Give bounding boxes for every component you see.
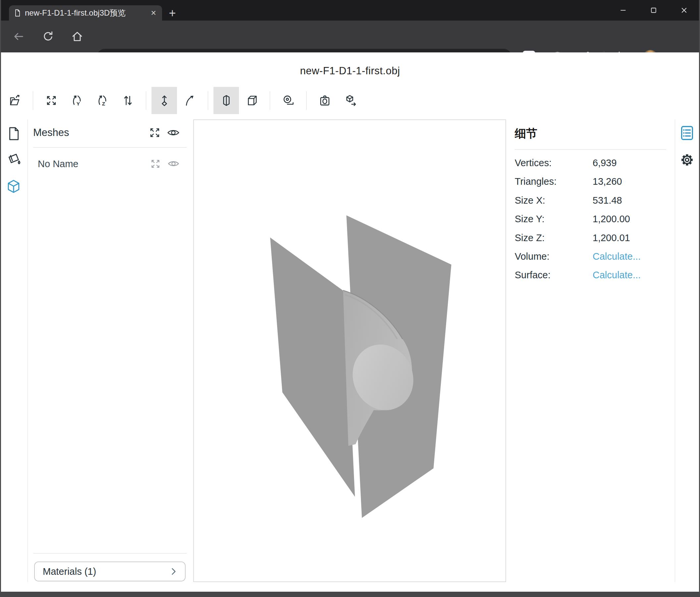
- window-edge-left: [0, 0, 1, 597]
- model-viewport[interactable]: [193, 119, 506, 582]
- row-label: Size Y:: [515, 214, 545, 224]
- model-3d-render: [194, 120, 505, 581]
- viewer-workspace: Meshes No Name: [0, 119, 700, 582]
- materials-icon[interactable]: [6, 151, 22, 167]
- minimize-icon[interactable]: [608, 0, 639, 21]
- details-row-volume: Volume: Calculate...: [515, 247, 666, 266]
- meshes-cube-icon[interactable]: [6, 178, 22, 194]
- materials-divider: [33, 553, 186, 553]
- browser-titlebar: new-F1-D1-1-first.obj3D预览 × +: [0, 0, 700, 21]
- details-panel: 细节 Vertices: 6,939 Triangles: 13,260 Siz…: [508, 119, 675, 582]
- open-model-icon[interactable]: [2, 87, 27, 114]
- left-rail-divider: [27, 119, 28, 582]
- details-row-vertices: Vertices: 6,939: [515, 153, 666, 172]
- row-label: Volume:: [515, 251, 550, 262]
- toolbar-divider: [208, 91, 208, 110]
- shading-box-icon[interactable]: [239, 87, 265, 114]
- details-panel-title: 细节: [515, 126, 537, 141]
- details-row-size-x: Size X: 531.48: [515, 191, 666, 210]
- row-value: 1,200.01: [593, 233, 630, 243]
- browser-navbar: https://file.kkview.cn/onlinePreview?url…: [0, 21, 700, 52]
- viewer-page: new-F1-D1-1-first.obj Y: [0, 52, 700, 592]
- row-label: Surface:: [515, 270, 551, 281]
- materials-button-label: Materials (1): [43, 566, 170, 577]
- meshes-panel-divider: [33, 147, 186, 148]
- plane-left: [270, 237, 355, 497]
- window-edge-bottom: [0, 592, 700, 597]
- right-rail-divider: [675, 119, 675, 582]
- refresh-icon[interactable]: [41, 29, 55, 44]
- calculate-surface-link[interactable]: Calculate...: [593, 270, 641, 281]
- svg-text:Z: Z: [102, 101, 105, 106]
- file-icon[interactable]: [6, 126, 22, 142]
- maximize-icon[interactable]: [639, 0, 669, 21]
- details-row-size-y: Size Y: 1,200.00: [515, 210, 666, 228]
- set-y-up-icon[interactable]: Y: [64, 87, 90, 114]
- calculate-volume-link[interactable]: Calculate...: [593, 251, 641, 262]
- new-tab-button[interactable]: +: [166, 7, 179, 20]
- mesh-name: No Name: [38, 159, 79, 169]
- row-value: 6,939: [593, 158, 617, 168]
- home-icon[interactable]: [70, 29, 84, 44]
- row-label: Size X:: [515, 195, 545, 206]
- svg-text:Y: Y: [76, 101, 80, 106]
- fit-mesh-icon[interactable]: [149, 157, 162, 171]
- toolbar-divider: [33, 91, 33, 110]
- back-icon[interactable]: [11, 29, 26, 44]
- details-row-triangles: Triangles: 13,260: [515, 172, 666, 191]
- up-vector-icon[interactable]: [151, 87, 177, 114]
- toolbar-divider: [146, 91, 146, 110]
- toolbar-divider: [270, 91, 270, 110]
- row-label: Size Z:: [515, 233, 545, 243]
- close-icon[interactable]: [669, 0, 699, 21]
- chevron-right-icon: [170, 567, 177, 576]
- snapshot-icon[interactable]: [312, 87, 338, 114]
- export-icon[interactable]: [338, 87, 363, 114]
- visibility-eye-icon[interactable]: [166, 126, 180, 140]
- details-list-icon[interactable]: [678, 124, 696, 142]
- shading-smooth-icon[interactable]: [214, 87, 239, 114]
- row-value: 13,260: [593, 176, 622, 187]
- page-title: new-F1-D1-1-first.obj: [0, 65, 700, 77]
- tab-favicon-icon: [14, 9, 22, 17]
- toolbar-divider: [306, 91, 306, 110]
- measure-curve-icon[interactable]: [177, 87, 202, 114]
- browser-tab[interactable]: new-F1-D1-1-first.obj3D预览 ×: [9, 5, 162, 21]
- window-controls: [608, 0, 699, 21]
- viewer-toolbar: Y Z: [2, 87, 363, 114]
- set-z-up-icon[interactable]: Z: [90, 87, 115, 114]
- row-value: 531.48: [593, 195, 622, 206]
- tab-close-icon[interactable]: ×: [149, 9, 157, 18]
- details-row-size-z: Size Z: 1,200.01: [515, 229, 666, 247]
- tab-title: new-F1-D1-1-first.obj3D预览: [25, 8, 146, 18]
- row-label: Vertices:: [515, 158, 551, 168]
- visibility-eye-icon[interactable]: [166, 157, 180, 170]
- materials-button[interactable]: Materials (1): [34, 562, 185, 581]
- meshes-panel-title: Meshes: [33, 127, 69, 139]
- fit-to-window-icon[interactable]: [39, 87, 64, 114]
- row-value: 1,200.00: [593, 214, 630, 224]
- fit-meshes-icon[interactable]: [148, 126, 162, 140]
- mesh-list-item[interactable]: No Name: [33, 154, 186, 173]
- details-row-surface: Surface: Calculate...: [515, 266, 666, 284]
- row-label: Triangles:: [515, 176, 556, 187]
- settings-gear-icon[interactable]: [678, 151, 696, 168]
- flip-icon[interactable]: [115, 87, 141, 114]
- measure-tape-icon[interactable]: [275, 87, 301, 114]
